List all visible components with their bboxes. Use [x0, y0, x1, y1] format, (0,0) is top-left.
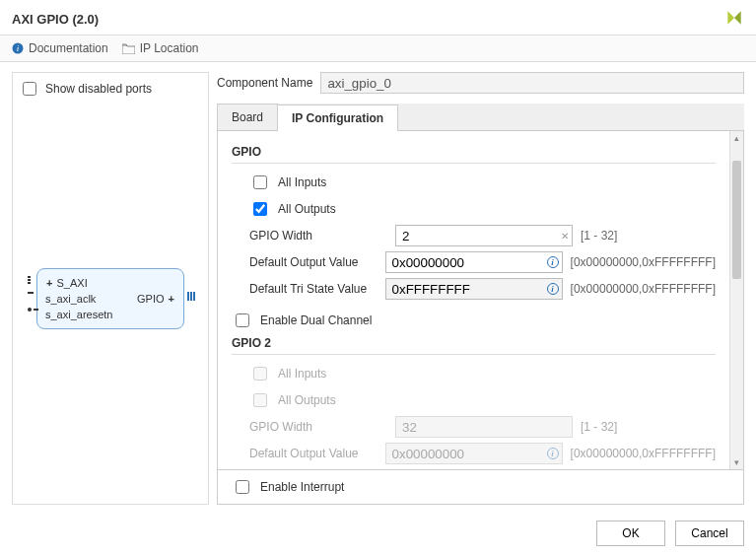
- ip-location-label: IP Location: [140, 41, 199, 55]
- ip-diagram: + S_AXI s_axi_aclk GPIO +: [19, 99, 202, 498]
- expand-icon[interactable]: +: [168, 293, 175, 305]
- gpio2-all-inputs-checkbox: [253, 367, 267, 381]
- config-panel: Component Name Board IP Configuration GP…: [217, 72, 744, 505]
- toolbar: i Documentation IP Location: [0, 35, 756, 62]
- gpio2-all-outputs-label: All Outputs: [278, 393, 336, 407]
- documentation-link[interactable]: i Documentation: [12, 41, 108, 55]
- tab-bar: Board IP Configuration: [217, 104, 744, 131]
- gpio2-width-label: GPIO Width: [249, 420, 387, 434]
- tab-content: GPIO All Inputs All Outputs GPIO Width: [217, 131, 744, 470]
- scroll-down-icon[interactable]: ▾: [730, 457, 743, 467]
- gpio-width-range: [1 - 32]: [581, 229, 617, 243]
- dialog-body: Show disabled ports + S_AXI s_axi_aclk G…: [0, 62, 756, 511]
- ip-block[interactable]: + S_AXI s_axi_aclk GPIO +: [36, 268, 184, 329]
- port-aresetn: s_axi_aresetn: [45, 309, 113, 320]
- tab-board[interactable]: Board: [217, 104, 278, 130]
- gpio-width-label: GPIO Width: [249, 229, 387, 243]
- enable-dual-channel-label: Enable Dual Channel: [260, 313, 372, 327]
- gpio-dts-input[interactable]: [385, 278, 563, 300]
- gpio-width-input[interactable]: [395, 225, 573, 246]
- folder-icon: [122, 43, 135, 54]
- below-tabs-row: Enable Interrupt: [217, 470, 744, 505]
- cancel-button[interactable]: Cancel: [675, 521, 744, 546]
- show-disabled-ports-checkbox[interactable]: [23, 82, 36, 96]
- gpio2-all-outputs-checkbox: [253, 393, 267, 407]
- ok-button[interactable]: OK: [596, 521, 665, 546]
- info-icon: i: [547, 448, 559, 459]
- clear-icon[interactable]: ✕: [561, 231, 569, 242]
- dialog-footer: OK Cancel: [0, 511, 756, 556]
- port-s-axi: S_AXI: [57, 277, 88, 289]
- info-icon[interactable]: i: [547, 256, 559, 268]
- gpio2-width-input: [395, 416, 573, 438]
- xilinx-logo-icon: [724, 8, 744, 31]
- enable-interrupt-label: Enable Interrupt: [260, 480, 344, 494]
- enable-dual-channel-checkbox[interactable]: [236, 313, 249, 327]
- gpio2-width-range: [1 - 32]: [581, 420, 617, 434]
- info-icon[interactable]: i: [547, 283, 559, 295]
- component-name-label: Component Name: [217, 76, 312, 90]
- vertical-scrollbar[interactable]: ▴ ▾: [729, 131, 743, 469]
- enable-interrupt-checkbox[interactable]: [236, 480, 249, 494]
- gpio-dov-range: [0x00000000,0xFFFFFFFF]: [571, 255, 716, 269]
- port-aclk: s_axi_aclk: [45, 293, 96, 305]
- gpio-all-inputs-label: All Inputs: [278, 175, 326, 189]
- preview-panel: Show disabled ports + S_AXI s_axi_aclk G…: [12, 72, 209, 505]
- component-name-input[interactable]: [320, 72, 744, 94]
- gpio-all-outputs-checkbox[interactable]: [253, 202, 267, 216]
- gpio2-dov-label: Default Output Value: [249, 447, 378, 460]
- group-gpio-heading: GPIO: [232, 145, 716, 159]
- scroll-up-icon[interactable]: ▴: [730, 133, 743, 143]
- documentation-label: Documentation: [29, 41, 108, 55]
- gpio-dov-label: Default Output Value: [249, 255, 378, 269]
- component-name-row: Component Name: [217, 72, 744, 94]
- gpio-dov-input[interactable]: [385, 251, 563, 273]
- show-disabled-ports-row[interactable]: Show disabled ports: [19, 79, 202, 99]
- gpio-all-outputs-label: All Outputs: [278, 202, 336, 216]
- port-gpio: GPIO: [137, 293, 165, 305]
- ip-location-link[interactable]: IP Location: [122, 41, 199, 55]
- gpio2-all-inputs-label: All Inputs: [278, 367, 326, 381]
- title-bar: AXI GPIO (2.0): [0, 0, 756, 35]
- expand-icon[interactable]: +: [45, 277, 53, 289]
- scroll-thumb[interactable]: [732, 161, 741, 279]
- dialog-root: AXI GPIO (2.0) i Documentation IP Locati…: [0, 0, 756, 556]
- gpio-all-inputs-checkbox[interactable]: [253, 175, 267, 189]
- gpio2-dov-input: [385, 443, 563, 464]
- gpio-dts-range: [0x00000000,0xFFFFFFFF]: [571, 282, 716, 296]
- tab-ip-configuration[interactable]: IP Configuration: [277, 104, 398, 131]
- dialog-title: AXI GPIO (2.0): [12, 12, 99, 27]
- config-scroll-area: GPIO All Inputs All Outputs GPIO Width: [218, 131, 729, 469]
- gpio2-dov-range: [0x00000000,0xFFFFFFFF]: [571, 447, 716, 460]
- info-icon: i: [12, 42, 24, 54]
- show-disabled-ports-label: Show disabled ports: [45, 82, 152, 96]
- group-gpio2-heading: GPIO 2: [232, 336, 716, 350]
- gpio-dts-label: Default Tri State Value: [249, 282, 378, 296]
